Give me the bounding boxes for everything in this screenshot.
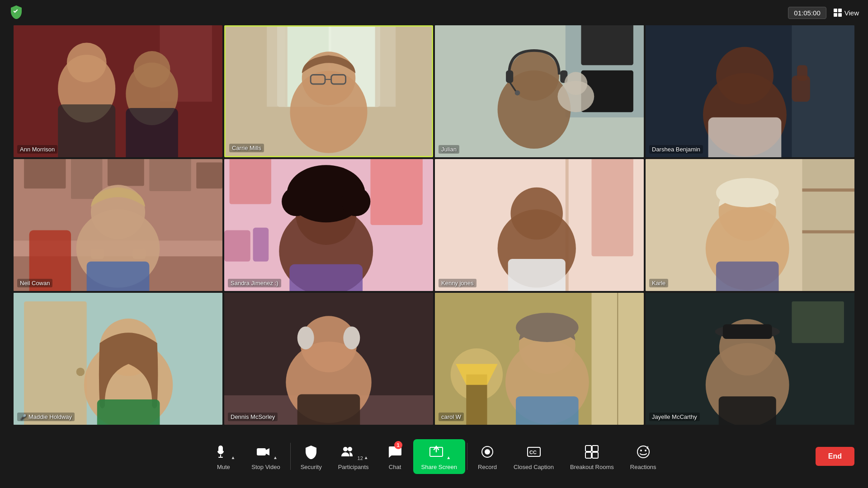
svg-rect-48 (196, 162, 222, 188)
reactions-button[interactable]: Reactions (622, 439, 665, 474)
security-button[interactable]: Security (292, 439, 330, 474)
share-arrow[interactable]: ▲ (446, 455, 451, 460)
security-icon (302, 443, 320, 461)
svg-rect-111 (792, 301, 844, 343)
svg-rect-66 (289, 264, 363, 291)
svg-point-65 (341, 187, 371, 216)
svg-point-64 (282, 187, 311, 216)
video-cell-karle: Karle (646, 159, 854, 291)
svg-rect-14 (375, 27, 396, 107)
svg-rect-27 (506, 70, 513, 83)
svg-point-30 (515, 90, 520, 96)
svg-point-95 (297, 326, 314, 349)
svg-rect-78 (802, 230, 855, 234)
video-arrow[interactable]: ▲ (273, 455, 278, 460)
svg-rect-53 (132, 249, 146, 259)
chat-button[interactable]: 1 Chat (377, 439, 413, 474)
chat-label: Chat (389, 464, 401, 470)
record-icon (478, 443, 496, 461)
svg-rect-44 (24, 159, 66, 188)
breakout-rooms-button[interactable]: Breakout Rooms (562, 439, 622, 474)
stop-video-label: Stop Video (251, 464, 280, 470)
toolbar-divider-2 (467, 443, 467, 470)
participant-name: Ann Morrison (20, 146, 55, 153)
toolbar: ▲ Mute ▲ Stop Video Security (0, 425, 868, 488)
svg-point-86 (76, 368, 85, 376)
svg-rect-85 (24, 301, 87, 425)
svg-rect-127 (585, 446, 591, 451)
participant-name: Jayelle McCarthy (652, 413, 697, 420)
record-label: Record (478, 464, 497, 470)
svg-point-121 (348, 447, 352, 451)
svg-point-37 (716, 47, 774, 104)
name-tag-dennis-mcsorley: Dennis McSorley (228, 413, 278, 421)
svg-rect-129 (585, 452, 591, 458)
breakout-rooms-icon (583, 443, 601, 461)
timer-display: 01:05:00 (788, 7, 826, 19)
closed-caption-icon: CC (525, 443, 543, 461)
svg-rect-46 (108, 159, 144, 186)
participant-name: Kenny jones (441, 280, 474, 286)
participants-label: Participants (338, 464, 369, 470)
share-screen-icon (427, 443, 445, 461)
svg-rect-128 (592, 446, 598, 451)
svg-rect-47 (149, 159, 191, 191)
svg-rect-8 (126, 108, 178, 157)
svg-rect-54 (87, 262, 150, 291)
participant-name: Darshea Benjamin (652, 146, 700, 153)
video-cell-kenny-jones: Kenny jones (435, 159, 644, 291)
muted-icon: 🎤 (20, 414, 27, 420)
svg-rect-58 (230, 159, 271, 204)
participant-name: Dennis McSorley (231, 413, 275, 420)
record-button[interactable]: Record (469, 439, 505, 474)
mute-label: Mute (217, 464, 230, 470)
video-cell-jayelle-mccarthy: Jayelle McCarthy (646, 293, 854, 425)
svg-text:CC: CC (529, 450, 537, 455)
stop-video-button[interactable]: ▲ Stop Video (243, 439, 288, 474)
video-cell-carrie-mills: Carrie Mills (224, 25, 433, 157)
svg-rect-39 (797, 65, 807, 81)
video-cell-dennis-mcsorley: Dennis McSorley (224, 293, 433, 425)
top-right-controls: 01:05:00 View (788, 7, 859, 19)
svg-rect-115 (723, 324, 772, 339)
participant-name: carol W (441, 413, 461, 420)
svg-rect-116 (719, 396, 776, 425)
svg-rect-108 (516, 396, 579, 425)
svg-rect-82 (716, 262, 779, 291)
shield-icon (9, 5, 24, 21)
participants-icon (339, 443, 357, 461)
svg-rect-76 (802, 159, 855, 291)
svg-point-120 (343, 447, 348, 451)
svg-rect-73 (508, 259, 566, 291)
reactions-icon (634, 443, 652, 461)
view-button[interactable]: View (834, 9, 859, 17)
video-cell-carol-w: carol W (435, 293, 644, 425)
svg-rect-118 (218, 457, 223, 458)
mute-arrow[interactable]: ▲ (231, 455, 235, 460)
participants-arrow[interactable]: ▲ (364, 455, 368, 460)
participant-name: Carrie Mills (232, 145, 261, 151)
participant-name: Karle (652, 280, 665, 286)
share-screen-label: Share Screen (421, 464, 458, 470)
svg-point-81 (716, 178, 779, 207)
end-button[interactable]: End (816, 447, 854, 466)
participants-button[interactable]: 12 ▲ Participants (330, 439, 377, 474)
name-tag-karle: Karle (649, 279, 668, 287)
svg-rect-119 (257, 448, 266, 455)
mute-button[interactable]: ▲ Mute (203, 439, 243, 474)
grid-view-icon (834, 9, 842, 17)
participant-name: Neil Cowan (20, 280, 50, 286)
video-cell-neil-cowan: Neil Cowan (14, 159, 222, 291)
toolbar-divider-1 (290, 443, 291, 470)
svg-point-72 (510, 188, 563, 239)
closed-caption-button[interactable]: CC Closed Caption (505, 439, 562, 474)
chat-badge: 1 (394, 441, 402, 449)
share-screen-button[interactable]: ▲ Share Screen (413, 439, 466, 474)
security-label: Security (301, 464, 322, 470)
mute-icon (212, 443, 230, 461)
closed-caption-label: Closed Caption (514, 464, 554, 470)
svg-point-32 (564, 72, 587, 95)
svg-point-7 (134, 51, 170, 88)
name-tag-julian: Julian (439, 145, 459, 154)
svg-rect-60 (253, 228, 269, 262)
